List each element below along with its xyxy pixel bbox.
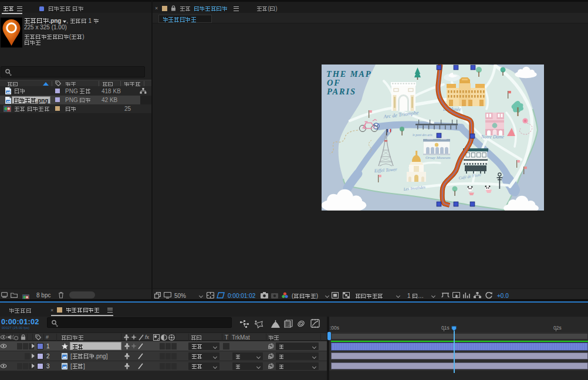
svg-text:le pont des arts: le pont des arts bbox=[413, 133, 432, 137]
svg-text:Notre Dame: Notre Dame bbox=[481, 134, 504, 140]
svg-text:OF: OF bbox=[327, 78, 341, 87]
svg-text:THE MAP: THE MAP bbox=[326, 69, 371, 79]
svg-text:PARIS: PARIS bbox=[327, 87, 356, 96]
svg-text:Orsay Museum: Orsay Museum bbox=[425, 155, 451, 160]
